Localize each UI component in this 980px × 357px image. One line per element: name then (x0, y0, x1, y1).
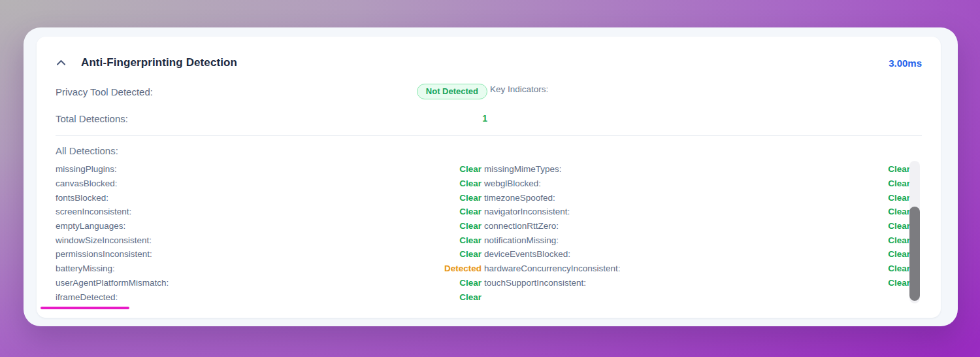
privacy-tool-status-badge: Not Detected (417, 84, 487, 99)
scrollbar-track[interactable] (909, 161, 920, 303)
detection-status: Clear (459, 178, 482, 188)
detection-row: navigatorInconsistent: Clear (484, 205, 910, 219)
detection-label: canvasBlocked: (56, 178, 118, 188)
detection-label: navigatorInconsistent: (484, 207, 570, 216)
summary-grid: Privacy Tool Detected: Not Detected Key … (56, 84, 922, 126)
duration-badge: 3.00ms (889, 58, 922, 69)
detection-row: missingMimeTypes: Clear (484, 162, 910, 177)
detection-status: Clear (888, 178, 910, 188)
detection-label: batteryMissing: (56, 264, 115, 273)
detection-row: deviceEventsBlocked: Clear (484, 247, 910, 262)
detection-row: userAgentPlatformMismatch: Clear (56, 276, 482, 290)
detection-label: webglBlocked: (484, 178, 541, 188)
detections-list-container: missingPlugins: Clear missingMimeTypes: … (56, 162, 922, 304)
detection-label: notificationMissing: (484, 235, 559, 245)
highlight-underline (41, 307, 129, 309)
detection-label: timezoneSpoofed: (484, 193, 555, 203)
detection-row: iframeDetected: Clear (56, 290, 482, 304)
detection-status: Clear (888, 249, 910, 259)
total-detections-label: Total Detections: (56, 113, 128, 124)
anti-fingerprinting-card: Anti-Fingerprinting Detection 3.00ms Pri… (37, 37, 941, 318)
key-indicators-label: Key Indicators: (490, 84, 548, 94)
card-content: Anti-Fingerprinting Detection 3.00ms Pri… (56, 37, 922, 304)
detection-label: connectionRttZero: (484, 221, 559, 231)
detection-label: screenInconsistent: (56, 207, 131, 216)
privacy-tool-label: Privacy Tool Detected: (56, 86, 153, 97)
detection-row: touchSupportInconsistent: Clear (484, 276, 910, 290)
detection-label: emptyLanguages: (56, 221, 125, 231)
detection-status: Clear (888, 207, 910, 216)
detection-row: canvasBlocked: Clear (56, 177, 482, 191)
detection-label: iframeDetected: (56, 292, 118, 302)
detection-status: Clear (459, 193, 482, 203)
detection-label: windowSizeInconsistent: (56, 235, 152, 245)
detection-row: hardwareConcurrencyInconsistent: Clear (484, 262, 910, 276)
detection-row: webglBlocked: Clear (484, 177, 910, 191)
detection-label: permissionsInconsistent: (56, 249, 152, 259)
detection-row: notificationMissing: Clear (484, 233, 910, 247)
detection-status: Clear (888, 221, 910, 231)
page-title: Anti-Fingerprinting Detection (81, 56, 237, 69)
detection-row: windowSizeInconsistent: Clear (56, 233, 482, 247)
total-detections-row: Total Detections: 1 (56, 110, 487, 126)
results-panel: Anti-Fingerprinting Detection 3.00ms Pri… (24, 27, 958, 326)
detection-label: touchSupportInconsistent: (484, 278, 586, 288)
detection-label: missingPlugins: (56, 164, 117, 174)
detection-row: missingPlugins: Clear (56, 162, 482, 177)
all-detections-label: All Detections: (56, 145, 922, 156)
detection-status: Clear (459, 235, 482, 245)
section-divider (56, 135, 922, 136)
detection-row: permissionsInconsistent: Clear (56, 247, 482, 262)
detection-row: connectionRttZero: Clear (484, 219, 910, 233)
section-header: Anti-Fingerprinting Detection 3.00ms (56, 56, 922, 69)
detection-row: screenInconsistent: Clear (56, 205, 482, 219)
detection-status: Clear (888, 235, 910, 245)
scrollbar-thumb[interactable] (909, 207, 920, 301)
detection-status: Clear (459, 278, 482, 288)
key-indicators-row: Key Indicators: (490, 84, 922, 99)
chevron-up-icon[interactable] (56, 58, 67, 67)
detection-status: Clear (888, 278, 910, 288)
detection-label: fontsBlocked: (56, 193, 108, 203)
detection-label: userAgentPlatformMismatch: (56, 278, 169, 288)
detection-label: hardwareConcurrencyInconsistent: (484, 264, 621, 273)
detection-row: batteryMissing: Detected (56, 262, 482, 276)
detection-status: Clear (888, 193, 910, 203)
detection-row: emptyLanguages: Clear (56, 219, 482, 233)
detection-row: fontsBlocked: Clear (56, 190, 482, 205)
detection-label: missingMimeTypes: (484, 164, 562, 174)
detection-status: Detected (444, 264, 482, 273)
privacy-tool-row: Privacy Tool Detected: Not Detected (56, 84, 487, 99)
detection-row: timezoneSpoofed: Clear (484, 190, 910, 205)
detection-status: Clear (459, 249, 482, 259)
total-detections-value: 1 (482, 113, 487, 124)
detection-status: Clear (459, 221, 482, 231)
detection-status: Clear (888, 164, 910, 174)
detection-status: Clear (888, 264, 910, 273)
detection-status: Clear (459, 164, 482, 174)
detection-status: Clear (459, 292, 482, 302)
detection-label: deviceEventsBlocked: (484, 249, 570, 259)
summary-empty-cell (490, 110, 922, 126)
detection-status: Clear (459, 207, 482, 216)
detections-grid: missingPlugins: Clear missingMimeTypes: … (56, 162, 922, 304)
